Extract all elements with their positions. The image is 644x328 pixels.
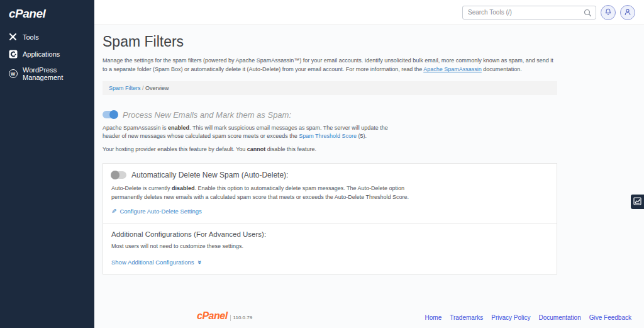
breadcrumb-separator: / xyxy=(142,85,144,91)
auto-delete-section: Automatically Delete New Spam (Auto-Dele… xyxy=(103,164,557,223)
spam-processing-description: Apache SpamAssassin is enabled. This wil… xyxy=(103,124,406,141)
tools-icon xyxy=(8,32,18,42)
additional-configurations-title: Additional Configurations (For Advanced … xyxy=(111,230,548,238)
spam-threshold-score-link[interactable]: Spam Threshold Score xyxy=(299,133,357,139)
sidebar-item-label: Applications xyxy=(23,50,60,58)
footer-version: 110.0.79 xyxy=(230,315,253,321)
sidebar-item-applications[interactable]: Applications xyxy=(0,45,94,62)
spam-processing-toggle[interactable] xyxy=(103,111,118,118)
sidebar-item-label: Tools xyxy=(23,33,39,41)
auto-delete-title: Automatically Delete New Spam (Auto-Dele… xyxy=(131,171,288,179)
main-content: Spam Filters Manage the settings for the… xyxy=(94,25,644,328)
top-bar xyxy=(94,0,644,25)
footer-link-home[interactable]: Home xyxy=(425,314,442,321)
breadcrumb-spam-filters-link[interactable]: Spam Filters xyxy=(109,85,141,91)
sidebar-item-wordpress[interactable]: W WordPress Management xyxy=(0,62,94,85)
intro-paragraph: Manage the settings for the spam filters… xyxy=(103,56,557,74)
wordpress-icon: W xyxy=(8,69,18,79)
spam-processing-title: Process New Emails and Mark them as Spam… xyxy=(123,110,291,120)
bell-icon xyxy=(604,7,612,18)
chart-icon xyxy=(633,196,641,208)
footer-link-privacy-policy[interactable]: Privacy Policy xyxy=(491,314,530,321)
screen: cPanel Tools Applications W WordPress Ma… xyxy=(0,0,644,328)
spam-processing-note: Your hosting provider enables this featu… xyxy=(103,145,557,154)
page-title: Spam Filters xyxy=(103,33,557,50)
search-container xyxy=(462,6,596,20)
footer-links: Home Trademarks Privacy Policy Documenta… xyxy=(425,314,631,321)
sidebar: cPanel Tools Applications W WordPress Ma… xyxy=(0,0,94,328)
chevron-double-down-icon: » xyxy=(196,260,203,264)
spam-processing-section: Process New Emails and Mark them as Spam… xyxy=(103,110,557,154)
applications-icon xyxy=(8,49,18,59)
footer-link-trademarks[interactable]: Trademarks xyxy=(450,314,483,321)
auto-delete-description: Auto-Delete is currently disabled. Enabl… xyxy=(111,184,431,201)
additional-configurations-section: Additional Configurations (For Advanced … xyxy=(103,223,557,274)
sidebar-item-label: WordPress Management xyxy=(23,66,86,81)
cpanel-logo[interactable]: cPanel xyxy=(0,0,94,28)
search-input[interactable] xyxy=(462,6,596,20)
pencil-icon: ✎ xyxy=(111,208,116,215)
breadcrumb-current: Overview xyxy=(145,85,169,91)
sidebar-item-tools[interactable]: Tools xyxy=(0,28,94,45)
footer-link-give-feedback[interactable]: Give Feedback xyxy=(589,314,631,321)
breadcrumb: Spam Filters / Overview xyxy=(103,81,557,95)
user-icon xyxy=(624,7,631,18)
search-icon xyxy=(584,8,592,20)
footer: cPanel 110.0.79 Home Trademarks Privacy … xyxy=(189,311,644,321)
additional-configurations-description: Most users will not need to customize th… xyxy=(111,242,548,251)
apache-spamassassin-link[interactable]: Apache SpamAssassin xyxy=(423,66,482,72)
configure-auto-delete-link[interactable]: Configure Auto-Delete Settings xyxy=(119,208,201,215)
footer-cpanel-logo: cPanel xyxy=(197,311,228,321)
user-menu-button[interactable] xyxy=(620,5,635,20)
notifications-button[interactable] xyxy=(601,5,616,20)
settings-card: Automatically Delete New Spam (Auto-Dele… xyxy=(103,163,557,274)
analytics-panel-button[interactable] xyxy=(631,195,644,209)
show-additional-configurations-link[interactable]: Show Additional Configurations xyxy=(111,259,194,266)
auto-delete-toggle[interactable] xyxy=(111,171,126,179)
footer-link-documentation[interactable]: Documentation xyxy=(538,314,580,321)
